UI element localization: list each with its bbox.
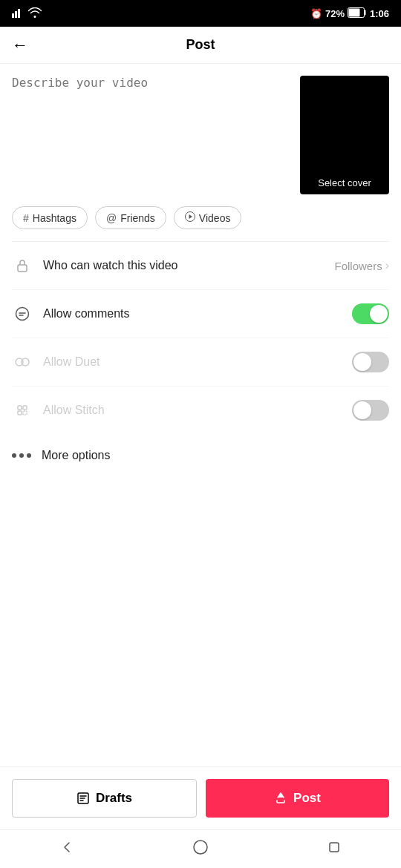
more-options-row[interactable]: More options (0, 434, 401, 477)
status-bar: ⏰ 72% 1:06 (0, 0, 401, 27)
status-left (12, 7, 42, 20)
video-description-input[interactable] (12, 76, 291, 194)
status-right: ⏰ 72% 1:06 (310, 7, 389, 20)
settings-section: Who can watch this video Followers › All… (0, 242, 401, 434)
at-icon: @ (106, 212, 117, 224)
more-options-icon (12, 453, 31, 458)
back-nav-icon[interactable] (59, 839, 75, 859)
back-icon: ← (12, 36, 28, 54)
chevron-right-icon: › (385, 259, 389, 272)
wifi-icon (28, 7, 42, 20)
signal-icon (12, 7, 25, 20)
toggle-knob-duet (353, 353, 371, 371)
svg-rect-12 (23, 406, 27, 410)
drafts-label: Drafts (96, 791, 132, 806)
comment-icon (12, 303, 33, 324)
allow-stitch-toggle (352, 400, 389, 421)
allow-duet-row: Allow Duet (12, 338, 389, 387)
allow-comments-label: Allow comments (43, 307, 342, 320)
friends-label: Friends (120, 212, 155, 224)
duet-icon (12, 352, 33, 372)
post-label: Post (293, 791, 321, 806)
svg-rect-2 (18, 9, 20, 18)
friends-chip[interactable]: @ Friends (95, 206, 166, 229)
svg-rect-13 (18, 411, 22, 415)
toggle-knob-stitch (353, 401, 371, 419)
svg-marker-6 (189, 214, 192, 219)
nav-bar (0, 829, 401, 868)
select-cover-label: Select cover (318, 177, 371, 188)
allow-stitch-label: Allow Stitch (43, 404, 342, 417)
more-options-label: More options (42, 449, 111, 462)
post-button[interactable]: Post (206, 779, 389, 818)
svg-rect-0 (12, 13, 14, 18)
who-can-watch-label: Who can watch this video (43, 259, 324, 272)
play-icon (185, 211, 195, 224)
who-can-watch-row[interactable]: Who can watch this video Followers › (12, 242, 389, 290)
svg-rect-4 (348, 8, 359, 16)
back-button[interactable]: ← (12, 36, 28, 55)
drafts-button[interactable]: Drafts (12, 779, 197, 818)
tags-row: # Hashtags @ Friends Videos (0, 206, 401, 241)
spacer (0, 477, 401, 766)
battery-percent: 72% (325, 8, 345, 19)
videos-chip[interactable]: Videos (174, 206, 242, 229)
hashtags-label: Hashtags (33, 212, 76, 224)
hashtag-icon: # (23, 212, 29, 224)
battery-icon (348, 7, 367, 20)
toggle-knob (370, 305, 388, 323)
drafts-icon (76, 792, 90, 805)
video-section: Select cover (0, 64, 401, 206)
post-icon (274, 792, 287, 805)
lock-icon (12, 255, 33, 276)
videos-label: Videos (199, 212, 231, 224)
allow-stitch-row: Allow Stitch (12, 387, 389, 434)
header: ← Post (0, 27, 401, 64)
recent-apps-icon[interactable] (326, 839, 342, 859)
time-display: 1:06 (370, 8, 389, 19)
svg-rect-11 (18, 406, 22, 410)
svg-rect-17 (330, 843, 339, 852)
allow-duet-toggle (352, 352, 389, 372)
svg-point-16 (194, 841, 207, 854)
stitch-icon (12, 400, 33, 421)
home-nav-icon[interactable] (192, 839, 209, 859)
svg-rect-14 (23, 411, 27, 415)
svg-rect-1 (15, 11, 17, 18)
bottom-bar: Drafts Post (0, 766, 401, 829)
allow-comments-row: Allow comments (12, 290, 389, 338)
svg-rect-7 (18, 265, 27, 272)
allow-duet-label: Allow Duet (43, 355, 342, 369)
who-can-watch-value: Followers › (334, 259, 389, 272)
allow-comments-toggle[interactable] (352, 303, 389, 324)
alarm-icon: ⏰ (310, 8, 322, 19)
svg-point-8 (16, 308, 29, 320)
page-title: Post (186, 37, 215, 53)
hashtags-chip[interactable]: # Hashtags (12, 206, 88, 229)
video-thumbnail[interactable]: Select cover (300, 76, 389, 194)
